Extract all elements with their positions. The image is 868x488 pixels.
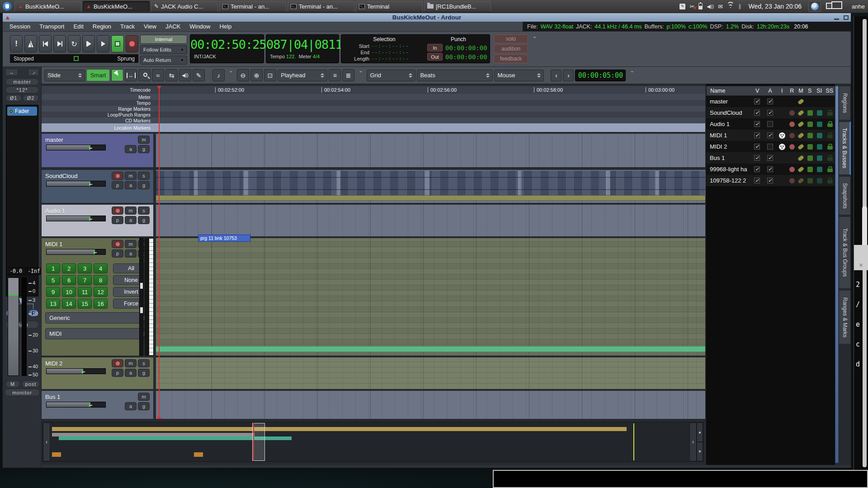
midi-channel-4[interactable]: 4 [94,263,108,273]
loop-button[interactable]: ↻ [68,35,80,52]
track-name[interactable]: MIDI 1 [45,241,62,248]
track-gain-fader[interactable] [46,368,106,374]
lane-midi2[interactable] [156,357,705,389]
channels-all-button[interactable]: All [113,263,149,273]
active-checkbox[interactable] [767,121,773,127]
solo-icon[interactable] [807,155,813,161]
shuttle-mode[interactable]: Sprung [117,56,135,62]
background-terminal-window[interactable] [493,470,868,488]
lane-bus1[interactable] [156,391,705,419]
track-header-midi1[interactable]: MIDI 1 ms pag 1 2 3 4 5 6 [42,238,153,356]
phase-1-button[interactable]: Ø1 [5,94,22,102]
mute-icon[interactable] [797,121,804,127]
grid-type-dropdown[interactable]: Beats [417,70,493,81]
region-name-bar[interactable] [156,195,705,201]
track-header-soundcloud[interactable]: SoundCloud ms pag [42,170,153,203]
visible-checkbox[interactable] [754,144,760,150]
mute-icon[interactable] [797,109,804,116]
visible-checkbox[interactable] [754,178,760,183]
track-name[interactable]: master [45,136,63,143]
solo-iso-icon[interactable] [817,178,822,183]
mute-track-button[interactable]: m [125,359,137,367]
solo-icon[interactable] [807,133,813,138]
col-rec[interactable]: R [788,88,797,94]
punch-out-button[interactable]: Out [427,53,443,61]
visible-checkbox[interactable] [754,132,760,138]
col-visible[interactable]: V [751,88,764,94]
audition-button[interactable]: audition [494,44,528,53]
rec-icon[interactable] [789,178,795,183]
record-enable-button[interactable] [112,206,123,215]
col-name[interactable]: Name [707,88,751,94]
group-button[interactable]: g [138,216,150,224]
bluetooth-icon[interactable]: ᛒ [738,4,742,9]
punch-in-time[interactable]: 00:00:00:00 [445,44,487,52]
taskbar-clock[interactable]: Wed, 23 Jan 20:06 [746,3,804,10]
track-row-master[interactable]: master [706,96,835,107]
strip-name-button[interactable]: master [5,78,39,85]
track-name[interactable]: MIDI 2 [45,360,62,367]
active-checkbox[interactable] [767,155,773,161]
solo-track-button[interactable]: s [138,172,150,180]
ruler-range-markers[interactable]: Range Markers [42,106,705,112]
solo-safe-lock-icon[interactable] [827,123,833,127]
mute-track-button[interactable]: m [125,172,137,180]
midi-channel-5[interactable]: 5 [46,275,60,285]
transport-expander-chevron[interactable]: ⌄ [533,33,537,39]
group-button[interactable]: g [138,402,150,410]
secondary-clock-value[interactable]: 087|04|0811 [266,38,339,52]
visible-checkbox[interactable] [754,121,760,127]
ruler-label[interactable]: Location Markers [114,125,151,131]
group-button[interactable]: g [138,181,150,189]
col-input[interactable]: I [776,88,787,94]
track-row-soundcloud[interactable]: SoundCloud [706,107,835,118]
channels-force-button[interactable]: Force [113,299,149,309]
playlist-button[interactable]: p [112,249,123,258]
punch-out-time[interactable]: 00:00:00:00 [445,53,487,61]
tab-regions[interactable]: Regions [839,86,851,120]
menu-track[interactable]: Track [116,22,139,31]
shrink-tracks-button[interactable]: ≣ [342,69,354,81]
track-header-audio1[interactable]: Audio 1 ms pag [42,205,153,236]
menu-help[interactable]: Help [215,22,236,31]
task-button-terminal-1[interactable]: >_Terminal - an... [219,1,286,12]
monitor-button[interactable]: monitor [5,389,40,396]
rec-icon[interactable] [789,144,795,150]
goto-start-button[interactable] [39,35,52,52]
workspace-2[interactable] [831,1,842,9]
automation-button[interactable]: a [125,402,137,410]
track-row-109758[interactable]: 109758-122 2 [706,175,835,186]
toolbar-chevron[interactable]: ⌄ [630,67,634,74]
panel-scrollbar[interactable] [835,86,839,463]
midi-device-dropdown[interactable]: Generic [45,312,149,324]
expand-tracks-button[interactable]: ≡ [329,69,341,81]
midi-channel-10[interactable]: 10 [62,287,76,297]
summary-scroll-right-button[interactable]: › [689,422,697,461]
midi-channel-9[interactable]: 9 [46,287,60,297]
track-gain-fader[interactable] [46,402,106,408]
lane-soundcloud[interactable] [156,170,705,203]
solo-iso-icon[interactable] [817,133,822,138]
midi-channel-3[interactable]: 3 [78,263,92,273]
group-button[interactable]: g [138,145,150,153]
background-window-sliver[interactable]: ✕ 2 / e c d [854,16,868,470]
col-solo-safe[interactable]: SS [824,88,835,94]
play-button[interactable] [97,35,109,52]
midi-channel-15[interactable]: 15 [78,299,92,309]
midi-channel-6[interactable]: 6 [62,275,76,285]
summary-up-button[interactable]: ▲ [697,422,703,442]
col-active[interactable]: A [764,88,776,94]
task-button-ardour-2[interactable]: ▲BusKickMeO... [83,1,150,12]
solo-safe-lock-icon[interactable] [827,180,833,183]
wifi-icon[interactable] [727,4,734,9]
track-header-master[interactable]: master m ag [42,134,153,167]
ruler-cd-markers[interactable]: CD Markers [42,117,705,123]
shuttle-indicator[interactable] [74,56,79,61]
solo-safe-lock-icon[interactable] [827,157,833,161]
ruler-loop-punch[interactable]: Loop/Punch Ranges [42,112,705,117]
active-checkbox[interactable] [767,99,773,104]
tab-track-bus-groups[interactable]: Track & Bus Groups [839,216,851,289]
menu-view[interactable]: View [140,22,160,31]
gain-fader[interactable] [8,277,19,376]
active-checkbox[interactable] [767,110,773,116]
